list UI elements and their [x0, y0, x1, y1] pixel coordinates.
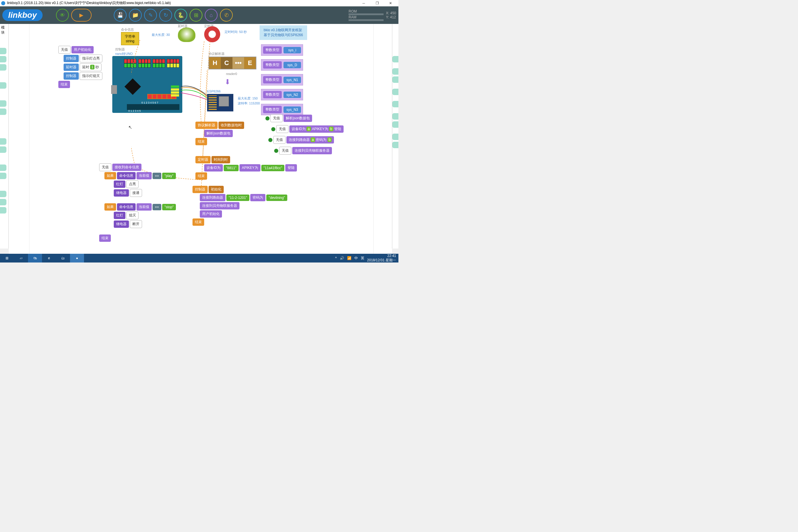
palette-r[interactable] — [392, 101, 398, 107]
app-icon — [1, 1, 5, 5]
coord-y: Y: 412 — [386, 15, 396, 19]
right-panel[interactable] — [392, 24, 398, 248]
clock-icon[interactable] — [204, 26, 220, 42]
palette-r[interactable] — [392, 142, 398, 148]
palette-block[interactable] — [0, 56, 6, 62]
palette-r[interactable] — [392, 56, 398, 62]
taskbar[interactable]: ⊞ ▱ 🛍 e 🗂 ● ^ 🔊 📶 中 英 22:41 2018/12/31 星… — [0, 254, 398, 263]
palette-r[interactable] — [392, 113, 398, 119]
home-button[interactable]: ⌂ — [205, 9, 217, 22]
phone-button[interactable]: ✆ — [220, 9, 233, 22]
ime-en[interactable]: 英 — [361, 256, 364, 261]
palette-r[interactable] — [392, 76, 398, 83]
network-icon[interactable]: 🔊 — [340, 256, 344, 260]
timefix-label: 定时时间: 50 秒 — [225, 30, 247, 34]
var-stack: 整数类型sys_i 整数类型sys_D 整数类型sys_N1 整数类型sys_N… — [261, 44, 303, 115]
clock-time[interactable]: 22:41 — [367, 254, 396, 258]
var-sysn1[interactable]: 整数类型sys_N1 — [261, 74, 303, 86]
palette-block[interactable] — [0, 82, 6, 89]
string-node[interactable]: 字符串string — [121, 32, 139, 45]
funcdef-stack: 无值解析json数据包 无值设备ID为 a APIKEY为 b 登陆 无值连接到… — [265, 114, 344, 155]
maximize-button[interactable]: ❐ — [370, 0, 384, 6]
clock-date: 2018/12/31 星期一 — [367, 258, 396, 263]
explorer-button[interactable]: 🗂 — [56, 254, 70, 263]
esp8266-module[interactable] — [207, 94, 233, 111]
palette-r[interactable] — [392, 68, 398, 75]
maxlen-label: 最大长度: 30 — [152, 33, 170, 37]
edge-button[interactable]: e — [42, 254, 56, 263]
palette-block[interactable] — [0, 207, 6, 213]
palette-block[interactable] — [0, 199, 6, 205]
bkio-info: bkio v0.1物联网开发框架基于贝壳物联与ESP8266 — [260, 25, 307, 40]
logo: linkboy — [2, 10, 43, 21]
canvas[interactable]: 命令信息 字符串string 最大长度: 30 延时器 定时器 定时时间: 50… — [9, 24, 392, 254]
arduino-board[interactable]: 0 1 2 3 4 5 0 1 2 3 4 5 6 7 — [112, 56, 182, 113]
func-login[interactable]: 无值设备ID为 a APIKEY为 b 登陆 — [271, 125, 344, 133]
save-button[interactable]: 💾 — [114, 9, 127, 22]
func-connbk[interactable]: 无值连接到贝壳物联服务器 — [274, 147, 344, 155]
func-parsejson[interactable]: 无值解析json数据包 — [265, 114, 344, 122]
palette-r[interactable] — [392, 89, 398, 95]
cmdinfo-label: 命令信息 — [121, 27, 134, 32]
system-tray[interactable]: ^ 🔊 📶 中 英 22:41 2018/12/31 星期一 — [335, 254, 398, 263]
var-sysi[interactable]: 整数类型sys_i — [261, 44, 303, 56]
ctrl-init-stack[interactable]: 控制器初始化 连接到路由器"11-2-1201"密码为"devilning" 连… — [192, 186, 287, 226]
play-button[interactable]: ▶ — [71, 9, 92, 22]
nano-label: nano转UNO — [115, 52, 133, 56]
palette-r[interactable] — [392, 121, 398, 128]
python-button[interactable]: 🐍 — [174, 9, 187, 22]
palette-block[interactable] — [0, 165, 6, 171]
var-sysn3[interactable]: 整数类型sys_N3 — [261, 104, 303, 115]
palette-block[interactable] — [0, 64, 6, 71]
eye-button[interactable]: 👁 — [56, 9, 69, 22]
left-panel[interactable]: 模块 — [0, 24, 9, 248]
maxlen150-label: 最大长度: 150 — [238, 96, 258, 101]
timer-event-stack[interactable]: 定时器时间到时 设备ID为"8811"APIKEY为"11a41f8cc"登陆 … — [195, 156, 297, 180]
esp-label: ESP8266 — [207, 90, 221, 93]
palette-block[interactable] — [0, 147, 6, 153]
edit-button[interactable]: ✎ — [144, 9, 157, 22]
palette-block[interactable] — [0, 109, 6, 115]
grid-button[interactable]: ⊞ — [190, 9, 203, 22]
baud-label: 波特率: 115200 — [238, 101, 260, 106]
taskview-button[interactable]: ▱ — [14, 254, 28, 263]
store-button[interactable]: 🛍 — [28, 254, 42, 263]
tray-up-icon[interactable]: ^ — [335, 256, 337, 260]
parser-node[interactable]: H C ••• E — [209, 57, 256, 70]
parser-event-stack[interactable]: 协议解析器收到数据包时 解析json数据包 结束 — [195, 121, 244, 145]
wifi-icon[interactable]: 📶 — [347, 256, 352, 260]
arrow-down-icon: ⬇ — [225, 78, 230, 86]
userinit-stack[interactable]: 无值用户初始化 控制器指示灯点亮 延时器延时 1 秒 控制器指示灯熄灭 结束 — [58, 46, 102, 88]
minimize-button[interactable]: ─ — [357, 0, 370, 6]
parser-label: 协议解析器 — [209, 52, 225, 56]
var-sysd[interactable]: 整数类型sys_D — [261, 59, 303, 71]
palette-block[interactable] — [0, 138, 6, 145]
ime-zh[interactable]: 中 — [354, 256, 358, 261]
window-title: linkboy3.1 (2018.11.20) bkio v0.1 (C:\Us… — [7, 1, 171, 5]
coord-x: X: 450 — [386, 11, 396, 15]
status-right: ROM RAM X: 450 Y: 412 — [348, 10, 396, 21]
reader-label: reader0 — [226, 72, 237, 76]
cursor-icon: ↖ — [128, 125, 132, 130]
var-sysn2[interactable]: 整数类型sys_N2 — [261, 89, 303, 100]
close-button[interactable]: ✕ — [384, 0, 397, 6]
title-bar: linkboy3.1 (2018.11.20) bkio v0.1 (C:\Us… — [0, 0, 398, 6]
teacup-icon[interactable] — [178, 27, 195, 42]
recvcmd-stack[interactable]: 无值接收到命令信息 如果命令信息当前值=="play" 红灯点亮 继电器接通 如… — [99, 163, 176, 242]
palette-block[interactable] — [0, 48, 6, 54]
ctrl-label: 控制器 — [115, 47, 125, 52]
folder-button[interactable]: 📁 — [129, 9, 142, 22]
refresh-button[interactable]: ↻ — [159, 9, 172, 22]
palette-block[interactable] — [0, 100, 6, 107]
func-connrouter[interactable]: 无值连接到路由器 a 密码为 b — [268, 136, 344, 144]
palette-block[interactable] — [0, 173, 6, 179]
palette-r[interactable] — [392, 134, 398, 140]
toolbar: linkboy 👁 ▶ 💾 📁 ✎ ↻ 🐍 ⊞ ⌂ ✆ ROM RAM X: 4… — [0, 6, 398, 24]
palette-block[interactable] — [0, 191, 6, 197]
app-button[interactable]: ● — [70, 254, 84, 263]
start-button[interactable]: ⊞ — [0, 254, 14, 263]
modules-tab[interactable]: 模块 — [0, 24, 8, 36]
